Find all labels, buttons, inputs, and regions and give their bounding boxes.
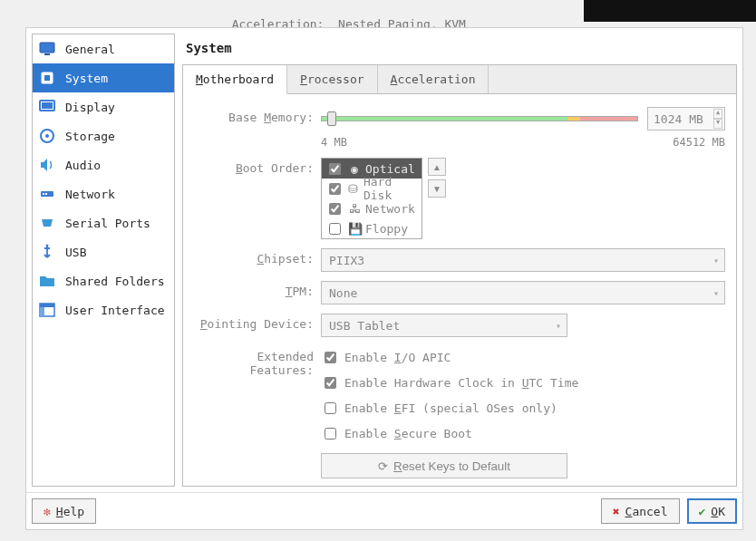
sidebar-item-general[interactable]: General bbox=[33, 34, 174, 63]
base-memory-spinbox[interactable]: 1024 MB ▲ ▼ bbox=[647, 107, 725, 130]
folder-icon bbox=[38, 272, 56, 290]
usb-icon bbox=[38, 243, 56, 261]
svg-rect-0 bbox=[40, 43, 54, 53]
boot-move-up-button[interactable]: ▲ bbox=[428, 158, 446, 176]
chipset-combo[interactable]: PIIX3 bbox=[321, 248, 725, 272]
sidebar-item-usb[interactable]: USB bbox=[33, 237, 174, 266]
chip-icon bbox=[38, 69, 56, 87]
svg-point-7 bbox=[45, 134, 49, 138]
pointing-device-combo[interactable]: USB Tablet bbox=[321, 314, 567, 337]
pointing-device-label: Pointing Device: bbox=[194, 314, 321, 331]
svg-rect-9 bbox=[43, 193, 44, 195]
svg-rect-1 bbox=[44, 53, 50, 55]
feature-efi[interactable]: Enable EFI (special OSes only) bbox=[321, 397, 725, 419]
tab-acceleration[interactable]: Acceleration bbox=[378, 65, 489, 93]
svg-rect-14 bbox=[40, 307, 44, 316]
sidebar-item-storage[interactable]: Storage bbox=[33, 121, 174, 150]
sidebar-item-audio[interactable]: Audio bbox=[33, 150, 174, 179]
reset-keys-button[interactable]: ⟳ Reset Keys to Default bbox=[321, 453, 567, 478]
chipset-label: Chipset: bbox=[194, 248, 321, 266]
tab-processor[interactable]: Processor bbox=[287, 65, 377, 93]
display-icon bbox=[38, 98, 56, 116]
settings-dialog: General System Display Storage bbox=[25, 27, 743, 530]
boot-move-down-button[interactable]: ▼ bbox=[428, 179, 446, 198]
secureboot-checkbox[interactable] bbox=[325, 428, 336, 440]
boot-order-label: Boot Order: bbox=[194, 158, 321, 175]
network-icon bbox=[38, 185, 56, 203]
base-memory-value: 1024 MB bbox=[654, 112, 703, 126]
refresh-icon: ⟳ bbox=[378, 459, 388, 473]
svg-rect-10 bbox=[45, 193, 47, 195]
svg-point-11 bbox=[46, 245, 49, 247]
svg-rect-5 bbox=[42, 102, 53, 109]
svg-rect-3 bbox=[44, 75, 50, 81]
sidebar-item-system[interactable]: System bbox=[33, 63, 174, 92]
boot-floppy-checkbox[interactable] bbox=[329, 223, 341, 235]
sidebar-item-label: Display bbox=[65, 101, 115, 114]
hdd-icon: ⛁ bbox=[348, 182, 359, 196]
slider-thumb[interactable] bbox=[327, 111, 336, 126]
sidebar-item-label: Serial Ports bbox=[65, 217, 150, 230]
sidebar-item-shared-folders[interactable]: Shared Folders bbox=[33, 266, 174, 295]
sidebar-item-label: System bbox=[65, 72, 108, 85]
disk-icon bbox=[38, 127, 56, 145]
boot-item-harddisk[interactable]: ⛁ Hard Disk bbox=[322, 179, 422, 198]
boot-network-checkbox[interactable] bbox=[329, 203, 341, 215]
page-title: System bbox=[182, 34, 737, 64]
sidebar-item-user-interface[interactable]: User Interface bbox=[33, 295, 174, 324]
help-button[interactable]: ✼ Help bbox=[32, 498, 96, 524]
net-icon: 🖧 bbox=[348, 202, 361, 216]
sidebar-item-serial-ports[interactable]: Serial Ports bbox=[33, 208, 174, 237]
tpm-combo[interactable]: None bbox=[321, 281, 725, 304]
boot-harddisk-checkbox[interactable] bbox=[329, 183, 341, 195]
sidebar-item-label: General bbox=[65, 43, 115, 56]
category-sidebar: General System Display Storage bbox=[32, 34, 175, 487]
boot-item-floppy[interactable]: 💾 Floppy bbox=[322, 218, 422, 238]
base-memory-label: Base Memory: bbox=[194, 107, 321, 124]
monitor-icon bbox=[38, 40, 56, 58]
boot-item-label: Floppy bbox=[365, 222, 408, 236]
base-memory-slider[interactable] bbox=[321, 113, 638, 124]
sidebar-item-display[interactable]: Display bbox=[33, 92, 174, 121]
tab-content-motherboard: Base Memory: 1024 MB ▲ bbox=[183, 94, 736, 486]
content-area: System Motherboard Processor Acceleratio… bbox=[182, 34, 737, 487]
memory-max: 64512 MB bbox=[673, 136, 725, 149]
ioapic-checkbox[interactable] bbox=[325, 352, 336, 363]
boot-item-label: Hard Disk bbox=[363, 175, 418, 202]
cancel-icon: ✖ bbox=[613, 505, 620, 518]
sidebar-item-label: Shared Folders bbox=[65, 275, 165, 288]
feature-secureboot[interactable]: Enable Secure Boot bbox=[321, 422, 725, 444]
svg-rect-13 bbox=[40, 304, 54, 307]
boot-order-list[interactable]: ◉ Optical ⛁ Hard Disk bbox=[321, 158, 422, 239]
boot-item-label: Network bbox=[365, 202, 415, 216]
tab-bar: Motherboard Processor Acceleration bbox=[183, 65, 736, 94]
layout-icon bbox=[38, 301, 56, 319]
feature-utc[interactable]: Enable Hardware Clock in UTC Time bbox=[321, 372, 725, 393]
sidebar-item-network[interactable]: Network bbox=[33, 179, 174, 208]
ok-icon: ✔ bbox=[699, 505, 706, 518]
speaker-icon bbox=[38, 156, 56, 174]
sidebar-item-label: Network bbox=[65, 188, 115, 201]
ok-button[interactable]: ✔ OK bbox=[687, 498, 737, 524]
sidebar-item-label: Audio bbox=[65, 159, 101, 172]
tab-motherboard[interactable]: Motherboard bbox=[183, 65, 287, 94]
tpm-label: TPM: bbox=[194, 281, 321, 298]
tab-container: Motherboard Processor Acceleration Base … bbox=[182, 64, 737, 487]
sidebar-item-label: USB bbox=[65, 246, 86, 259]
serial-icon bbox=[38, 214, 56, 232]
sidebar-item-label: Storage bbox=[65, 130, 115, 143]
background-terminal bbox=[584, 0, 756, 22]
extended-features-label: Extended Features: bbox=[194, 346, 321, 377]
utc-checkbox[interactable] bbox=[325, 377, 336, 389]
spin-down-icon[interactable]: ▼ bbox=[713, 119, 722, 129]
cd-icon: ◉ bbox=[348, 162, 361, 176]
cancel-button[interactable]: ✖ Cancel bbox=[601, 498, 680, 524]
spin-up-icon[interactable]: ▲ bbox=[713, 109, 722, 119]
boot-optical-checkbox[interactable] bbox=[329, 163, 341, 175]
feature-ioapic[interactable]: Enable I/O APIC bbox=[321, 346, 725, 368]
memory-min: 4 MB bbox=[321, 136, 347, 149]
efi-checkbox[interactable] bbox=[325, 402, 336, 414]
boot-item-label: Optical bbox=[365, 162, 415, 176]
dialog-footer: ✼ Help ✖ Cancel ✔ OK bbox=[26, 492, 742, 529]
boot-item-network[interactable]: 🖧 Network bbox=[322, 198, 422, 218]
